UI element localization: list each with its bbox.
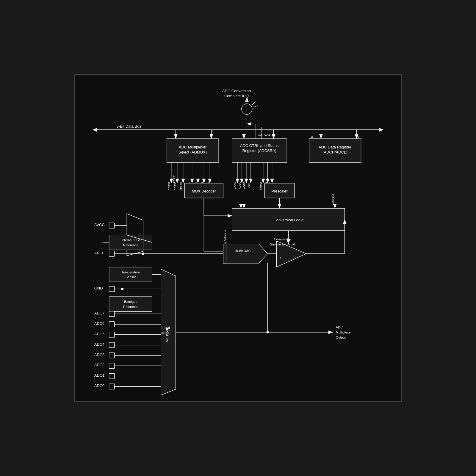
- adif-top: ADIF: [258, 133, 264, 136]
- adc-mux-out-label-3: Output: [336, 336, 346, 339]
- input-mux-txt-2: MUX: [162, 331, 170, 335]
- int-ref-label-1: Internal 1.1V: [121, 238, 140, 242]
- int-ref-label-2: Reference: [123, 243, 138, 247]
- aref-pin-box: [109, 251, 115, 256]
- adc1-label: ADC1: [94, 373, 105, 378]
- temp-sensor-box: [109, 267, 152, 282]
- adlar-txt: ADLAR: [180, 181, 183, 190]
- adc5-pin-box: [109, 332, 115, 337]
- adfr-txt: ADFR: [243, 181, 246, 189]
- adc3-pin-box: [109, 353, 115, 358]
- adc4-label: ADC4: [94, 342, 105, 347]
- bandgap-label-1: Bandgap: [124, 300, 137, 303]
- adc7-pin-box: [109, 311, 115, 317]
- temp-sensor-label-1: Temperature: [122, 270, 140, 274]
- adps2-txt: ADPS2: [260, 182, 263, 190]
- prescaler-label: Prescaler: [271, 189, 288, 193]
- adc-mux-out-label-2: Multiplexer: [336, 331, 352, 334]
- refs1-txt: REFS1: [168, 182, 171, 190]
- gnd-label: GND: [94, 286, 103, 290]
- refs0-txt: REFS0: [174, 182, 177, 190]
- adc0-label: ADC0: [94, 383, 105, 388]
- gnd-pin-box: [109, 286, 115, 292]
- int-ref-box: [109, 235, 152, 250]
- adc5-label: ADC5: [94, 332, 105, 336]
- adie-top: ADIE: [264, 133, 270, 136]
- adc0-pin-box: [109, 384, 115, 389]
- adc-data-reg-label-2: (ADCH/ADCL): [322, 150, 347, 154]
- adc6-pin-box: [109, 322, 115, 327]
- aref-label: AREF: [94, 251, 105, 255]
- adc-mux-out-label-1: ADC: [336, 325, 343, 329]
- adc2-pin-box: [109, 363, 115, 368]
- sample-hold-label-1: Sample and Hold: [270, 242, 295, 246]
- adif-txt: ADIF: [247, 181, 250, 188]
- adc7-label: ADC7: [94, 311, 105, 315]
- avcc-label: AVCC: [94, 223, 105, 227]
- aden-txt: ADEN: [234, 182, 237, 189]
- admux-label-2: Select (ADMUX): [178, 150, 207, 154]
- adc6-label: ADC6: [94, 321, 105, 326]
- adc4-pin-box: [109, 342, 115, 348]
- adc-data-reg-label-1: ADC Data Register: [319, 145, 352, 149]
- adc-bits-txt: ADC[9:0]: [331, 194, 334, 205]
- data-bus-label: 8-Bit Data Bus: [116, 124, 141, 129]
- irq-label-1: ADC Conversion: [222, 89, 251, 93]
- bit15-label: 15: [311, 135, 314, 138]
- irq-label-2: Complete IRQ: [224, 94, 249, 98]
- adc3-label: ADC3: [94, 353, 105, 357]
- adc2-label: ADC2: [94, 363, 105, 367]
- dac-shape: [223, 244, 267, 263]
- input-mux-txt-1: Input: [161, 325, 170, 330]
- conversion-logic-label: Conversion Logic: [273, 218, 303, 222]
- avcc-pin-box: [109, 223, 115, 228]
- adc1-pin-box: [109, 373, 115, 379]
- adc-block-diagram: 8-Bit Data Bus ADC Conversion Complete I…: [74, 74, 402, 402]
- temp-sensor-label-2: Sensor: [126, 275, 136, 279]
- admux-label-1: ADC Multiplexer: [179, 145, 207, 149]
- mux-decoder-label: MUX Decoder: [192, 189, 216, 193]
- adsc-txt: ADSC: [238, 181, 241, 189]
- dac-label-1: 10-Bit DAC: [234, 249, 251, 253]
- bandgap-box: [109, 297, 152, 311]
- plus-sign: +: [279, 256, 281, 259]
- adcsra-label-2: Register (ADCSRA): [242, 148, 276, 153]
- bandgap-label-2: Reference: [123, 305, 138, 309]
- adcsra-label-1: ADC CTRL and Status: [240, 143, 279, 148]
